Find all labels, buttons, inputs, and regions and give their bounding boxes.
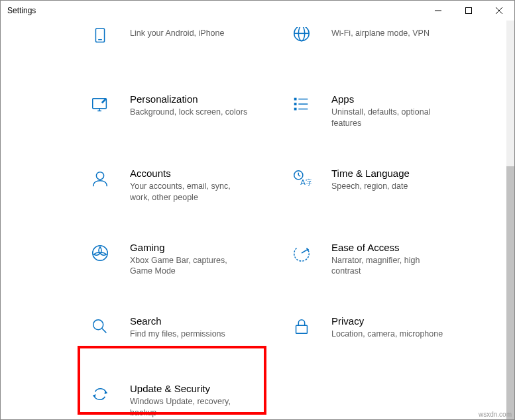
svg-rect-16 <box>294 108 297 111</box>
tile-title: Time & Language <box>331 168 410 179</box>
svg-line-27 <box>102 329 107 333</box>
svg-line-24 <box>302 249 308 253</box>
personalization-icon <box>90 93 117 115</box>
tile-apps[interactable]: Apps Uninstall, defaults, optional featu… <box>292 88 493 134</box>
tile-subtitle: Xbox Game Bar, captures, Game Mode <box>130 255 249 278</box>
close-button[interactable] <box>484 1 514 21</box>
tile-title: Gaming <box>130 242 249 253</box>
phone-icon <box>90 26 117 47</box>
ease-of-access-icon <box>292 242 318 263</box>
svg-point-18 <box>96 172 103 179</box>
svg-point-26 <box>93 320 103 330</box>
svg-rect-12 <box>294 98 297 101</box>
tile-network[interactable]: Wi-Fi, airplane mode, VPN <box>292 21 493 60</box>
globe-icon <box>292 26 318 47</box>
tile-phone[interactable]: Link your Android, iPhone <box>90 21 292 60</box>
tile-subtitle: Your accounts, email, sync, work, other … <box>130 181 249 203</box>
maximize-button[interactable] <box>453 1 484 21</box>
privacy-icon <box>292 315 318 337</box>
tile-update-security[interactable]: Update & Security Windows Update, recove… <box>90 378 292 419</box>
titlebar: Settings <box>1 1 514 21</box>
update-security-icon <box>90 383 117 404</box>
tile-title: Update & Security <box>130 383 249 394</box>
tile-subtitle: Find my files, permissions <box>130 329 225 340</box>
tile-subtitle: Link your Android, iPhone <box>130 28 224 39</box>
tile-ease-of-access[interactable]: Ease of Access Narrator, magnifier, high… <box>292 236 493 283</box>
tile-title: Search <box>130 315 225 327</box>
svg-rect-1 <box>466 8 472 14</box>
tile-subtitle: Wi-Fi, airplane mode, VPN <box>331 28 429 39</box>
tile-subtitle: Background, lock screen, colors <box>130 107 247 118</box>
tile-subtitle: Narrator, magnifier, high contrast <box>331 255 451 278</box>
time-language-icon: A字 <box>292 168 318 189</box>
svg-rect-28 <box>296 325 308 333</box>
tile-title: Apps <box>331 93 451 105</box>
scrollbar[interactable] <box>506 21 514 419</box>
window-controls <box>423 1 514 21</box>
accounts-icon <box>90 168 117 189</box>
tile-accounts[interactable]: Accounts Your accounts, email, sync, wor… <box>90 162 292 209</box>
tile-subtitle: Speech, region, date <box>331 181 410 192</box>
window-title: Settings <box>7 6 36 15</box>
tile-privacy[interactable]: Privacy Location, camera, microphone <box>292 310 493 350</box>
svg-text:A字: A字 <box>300 178 312 186</box>
tile-personalization[interactable]: Personalization Background, lock screen,… <box>90 88 292 134</box>
tile-subtitle: Uninstall, defaults, optional features <box>331 107 451 129</box>
settings-grid: Link your Android, iPhone Wi-Fi, airplan… <box>1 21 506 419</box>
search-icon <box>90 315 117 337</box>
tile-title: Personalization <box>130 93 247 105</box>
tile-title: Ease of Access <box>331 242 451 253</box>
tile-search[interactable]: Search Find my files, permissions <box>90 310 292 350</box>
tile-title: Accounts <box>130 168 249 179</box>
apps-icon <box>292 93 318 115</box>
svg-line-21 <box>298 175 300 176</box>
scrollbar-thumb[interactable] <box>506 166 514 419</box>
svg-point-7 <box>298 27 304 41</box>
svg-rect-14 <box>294 103 297 105</box>
tile-time-language[interactable]: A字 Time & Language Speech, region, date <box>292 162 493 209</box>
tile-gaming[interactable]: Gaming Xbox Game Bar, captures, Game Mod… <box>90 236 292 283</box>
gaming-icon <box>90 242 117 263</box>
settings-content: Link your Android, iPhone Wi-Fi, airplan… <box>1 21 506 419</box>
watermark: wsxdn.com <box>479 411 512 418</box>
tile-subtitle: Windows Update, recovery, backup <box>130 396 249 419</box>
svg-point-6 <box>294 27 310 41</box>
tile-subtitle: Location, camera, microphone <box>331 329 443 340</box>
tile-title: Privacy <box>331 315 443 327</box>
minimize-button[interactable] <box>423 1 453 21</box>
